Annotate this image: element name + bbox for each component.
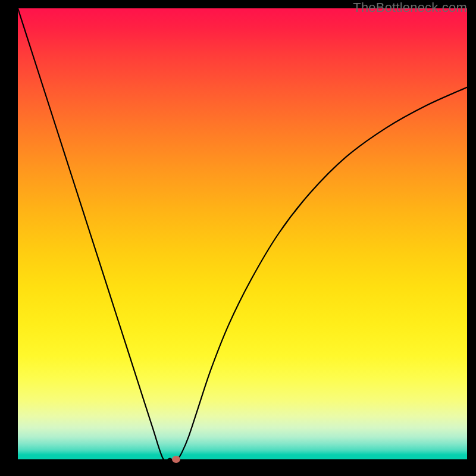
minimum-marker bbox=[172, 456, 180, 463]
bottleneck-curve bbox=[18, 8, 467, 459]
watermark-text: TheBottleneck.com bbox=[353, 0, 467, 15]
chart-frame: TheBottleneck.com bbox=[0, 0, 476, 476]
